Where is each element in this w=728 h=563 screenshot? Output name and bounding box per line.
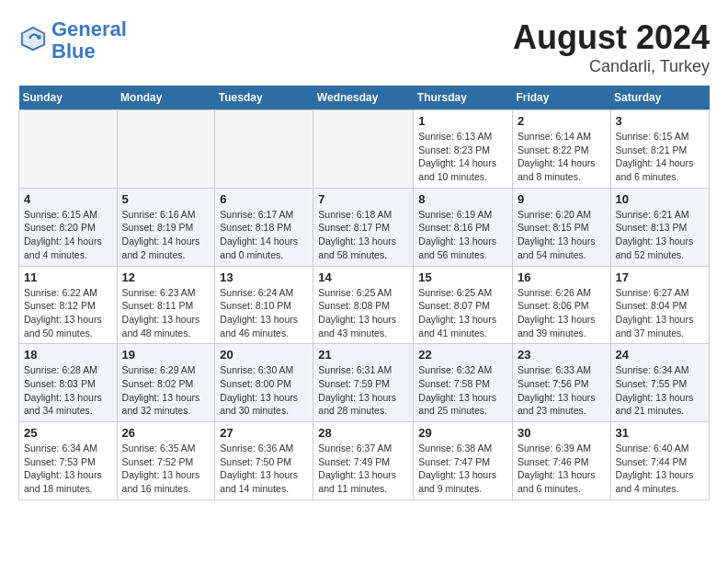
day-info: Sunrise: 6:30 AM Sunset: 8:00 PM Dayligh… bbox=[220, 363, 308, 418]
day-cell: 24Sunrise: 6:34 AM Sunset: 7:55 PM Dayli… bbox=[610, 344, 709, 422]
weekday-header-sunday: Sunday bbox=[19, 86, 118, 110]
day-info: Sunrise: 6:16 AM Sunset: 8:19 PM Dayligh… bbox=[122, 208, 210, 262]
calendar-table: SundayMondayTuesdayWednesdayThursdayFrid… bbox=[18, 86, 710, 500]
day-info: Sunrise: 6:32 AM Sunset: 7:58 PM Dayligh… bbox=[418, 363, 507, 418]
weekday-header-row: SundayMondayTuesdayWednesdayThursdayFrid… bbox=[19, 86, 710, 110]
day-info: Sunrise: 6:34 AM Sunset: 7:55 PM Dayligh… bbox=[616, 363, 704, 418]
day-cell: 20Sunrise: 6:30 AM Sunset: 8:00 PM Dayli… bbox=[215, 344, 313, 422]
empty-cell bbox=[19, 110, 118, 189]
day-number: 22 bbox=[418, 348, 507, 362]
day-number: 27 bbox=[220, 426, 308, 440]
day-cell: 2Sunrise: 6:14 AM Sunset: 8:22 PM Daylig… bbox=[512, 110, 610, 189]
svg-point-2 bbox=[37, 35, 41, 40]
day-cell: 5Sunrise: 6:16 AM Sunset: 8:19 PM Daylig… bbox=[117, 188, 215, 266]
day-info: Sunrise: 6:23 AM Sunset: 8:11 PM Dayligh… bbox=[122, 286, 210, 340]
day-number: 31 bbox=[616, 426, 704, 440]
day-number: 17 bbox=[616, 270, 704, 284]
day-number: 5 bbox=[122, 192, 210, 206]
day-number: 28 bbox=[318, 426, 408, 440]
svg-marker-0 bbox=[20, 26, 47, 52]
day-number: 30 bbox=[518, 426, 606, 440]
day-number: 15 bbox=[418, 270, 507, 284]
day-info: Sunrise: 6:33 AM Sunset: 7:56 PM Dayligh… bbox=[518, 363, 606, 418]
day-cell: 15Sunrise: 6:25 AM Sunset: 8:07 PM Dayli… bbox=[414, 266, 513, 344]
day-number: 10 bbox=[616, 192, 704, 206]
day-info: Sunrise: 6:28 AM Sunset: 8:03 PM Dayligh… bbox=[24, 363, 112, 418]
day-number: 9 bbox=[518, 192, 606, 206]
day-number: 25 bbox=[24, 426, 112, 440]
day-number: 29 bbox=[418, 426, 507, 440]
day-cell: 22Sunrise: 6:32 AM Sunset: 7:58 PM Dayli… bbox=[414, 344, 513, 422]
day-info: Sunrise: 6:36 AM Sunset: 7:50 PM Dayligh… bbox=[220, 442, 308, 496]
day-cell: 9Sunrise: 6:20 AM Sunset: 8:15 PM Daylig… bbox=[512, 188, 610, 266]
day-cell: 31Sunrise: 6:40 AM Sunset: 7:44 PM Dayli… bbox=[610, 422, 709, 500]
day-cell: 10Sunrise: 6:21 AM Sunset: 8:13 PM Dayli… bbox=[610, 188, 709, 266]
day-number: 19 bbox=[122, 348, 210, 362]
day-info: Sunrise: 6:15 AM Sunset: 8:21 PM Dayligh… bbox=[616, 130, 704, 184]
day-info: Sunrise: 6:14 AM Sunset: 8:22 PM Dayligh… bbox=[518, 130, 606, 184]
day-info: Sunrise: 6:17 AM Sunset: 8:18 PM Dayligh… bbox=[220, 208, 308, 262]
day-cell: 29Sunrise: 6:38 AM Sunset: 7:47 PM Dayli… bbox=[414, 422, 513, 500]
location-subtitle: Candarli, Turkey bbox=[513, 57, 710, 76]
day-info: Sunrise: 6:22 AM Sunset: 8:12 PM Dayligh… bbox=[24, 286, 112, 340]
day-info: Sunrise: 6:26 AM Sunset: 8:06 PM Dayligh… bbox=[518, 286, 606, 340]
page-header: General Blue August 2024 Candarli, Turke… bbox=[18, 18, 710, 76]
calendar-week-row: 4Sunrise: 6:15 AM Sunset: 8:20 PM Daylig… bbox=[19, 188, 710, 266]
day-cell: 23Sunrise: 6:33 AM Sunset: 7:56 PM Dayli… bbox=[512, 344, 610, 422]
empty-cell bbox=[215, 110, 313, 189]
day-info: Sunrise: 6:29 AM Sunset: 8:02 PM Dayligh… bbox=[122, 363, 210, 418]
weekday-header-monday: Monday bbox=[117, 86, 215, 110]
day-cell: 21Sunrise: 6:31 AM Sunset: 7:59 PM Dayli… bbox=[313, 344, 414, 422]
day-info: Sunrise: 6:31 AM Sunset: 7:59 PM Dayligh… bbox=[318, 363, 408, 418]
day-number: 7 bbox=[318, 192, 408, 206]
day-number: 3 bbox=[616, 114, 704, 128]
day-cell: 18Sunrise: 6:28 AM Sunset: 8:03 PM Dayli… bbox=[19, 344, 118, 422]
day-number: 20 bbox=[220, 348, 308, 362]
logo: General Blue bbox=[18, 18, 127, 63]
day-cell: 12Sunrise: 6:23 AM Sunset: 8:11 PM Dayli… bbox=[117, 266, 215, 344]
day-info: Sunrise: 6:18 AM Sunset: 8:17 PM Dayligh… bbox=[318, 208, 408, 262]
day-number: 2 bbox=[518, 114, 606, 128]
day-cell: 26Sunrise: 6:35 AM Sunset: 7:52 PM Dayli… bbox=[117, 422, 215, 500]
day-number: 12 bbox=[122, 270, 210, 284]
month-title: August 2024 bbox=[513, 18, 710, 57]
day-info: Sunrise: 6:24 AM Sunset: 8:10 PM Dayligh… bbox=[220, 286, 308, 340]
day-info: Sunrise: 6:20 AM Sunset: 8:15 PM Dayligh… bbox=[518, 208, 606, 262]
day-cell: 27Sunrise: 6:36 AM Sunset: 7:50 PM Dayli… bbox=[215, 422, 313, 500]
title-block: August 2024 Candarli, Turkey bbox=[513, 18, 710, 76]
day-cell: 4Sunrise: 6:15 AM Sunset: 8:20 PM Daylig… bbox=[19, 188, 118, 266]
day-info: Sunrise: 6:25 AM Sunset: 8:08 PM Dayligh… bbox=[318, 286, 408, 340]
day-info: Sunrise: 6:27 AM Sunset: 8:04 PM Dayligh… bbox=[616, 286, 704, 340]
weekday-header-thursday: Thursday bbox=[414, 86, 513, 110]
day-number: 13 bbox=[220, 270, 308, 284]
day-info: Sunrise: 6:25 AM Sunset: 8:07 PM Dayligh… bbox=[418, 286, 507, 340]
day-number: 4 bbox=[24, 192, 112, 206]
weekday-header-saturday: Saturday bbox=[610, 86, 709, 110]
day-info: Sunrise: 6:38 AM Sunset: 7:47 PM Dayligh… bbox=[418, 442, 507, 496]
day-number: 21 bbox=[318, 348, 408, 362]
day-cell: 11Sunrise: 6:22 AM Sunset: 8:12 PM Dayli… bbox=[19, 266, 118, 344]
day-cell: 16Sunrise: 6:26 AM Sunset: 8:06 PM Dayli… bbox=[512, 266, 610, 344]
day-info: Sunrise: 6:39 AM Sunset: 7:46 PM Dayligh… bbox=[518, 442, 606, 496]
day-cell: 25Sunrise: 6:34 AM Sunset: 7:53 PM Dayli… bbox=[19, 422, 118, 500]
day-cell: 14Sunrise: 6:25 AM Sunset: 8:08 PM Dayli… bbox=[313, 266, 414, 344]
day-cell: 28Sunrise: 6:37 AM Sunset: 7:49 PM Dayli… bbox=[313, 422, 414, 500]
day-cell: 13Sunrise: 6:24 AM Sunset: 8:10 PM Dayli… bbox=[215, 266, 313, 344]
day-number: 16 bbox=[518, 270, 606, 284]
day-info: Sunrise: 6:40 AM Sunset: 7:44 PM Dayligh… bbox=[616, 442, 704, 496]
day-info: Sunrise: 6:35 AM Sunset: 7:52 PM Dayligh… bbox=[122, 442, 210, 496]
calendar-week-row: 11Sunrise: 6:22 AM Sunset: 8:12 PM Dayli… bbox=[19, 266, 710, 344]
day-info: Sunrise: 6:37 AM Sunset: 7:49 PM Dayligh… bbox=[318, 442, 408, 496]
day-cell: 30Sunrise: 6:39 AM Sunset: 7:46 PM Dayli… bbox=[512, 422, 610, 500]
day-number: 11 bbox=[24, 270, 112, 284]
calendar-week-row: 18Sunrise: 6:28 AM Sunset: 8:03 PM Dayli… bbox=[19, 344, 710, 422]
calendar-week-row: 25Sunrise: 6:34 AM Sunset: 7:53 PM Dayli… bbox=[19, 422, 710, 500]
day-cell: 3Sunrise: 6:15 AM Sunset: 8:21 PM Daylig… bbox=[610, 110, 709, 189]
day-number: 14 bbox=[318, 270, 408, 284]
day-cell: 8Sunrise: 6:19 AM Sunset: 8:16 PM Daylig… bbox=[414, 188, 513, 266]
day-cell: 7Sunrise: 6:18 AM Sunset: 8:17 PM Daylig… bbox=[313, 188, 414, 266]
day-info: Sunrise: 6:15 AM Sunset: 8:20 PM Dayligh… bbox=[24, 208, 112, 262]
day-cell: 6Sunrise: 6:17 AM Sunset: 8:18 PM Daylig… bbox=[215, 188, 313, 266]
day-cell: 1Sunrise: 6:13 AM Sunset: 8:23 PM Daylig… bbox=[414, 110, 513, 189]
day-info: Sunrise: 6:19 AM Sunset: 8:16 PM Dayligh… bbox=[418, 208, 507, 262]
